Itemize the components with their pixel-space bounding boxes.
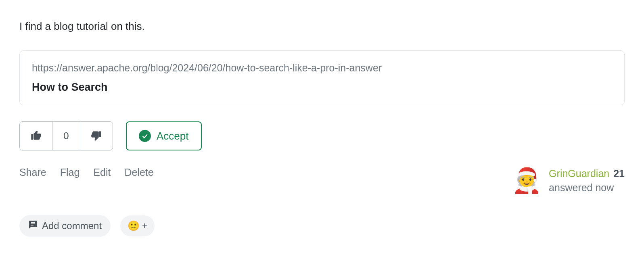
link-preview-url: https://answer.apache.org/blog/2024/06/2…: [32, 62, 612, 74]
vote-group: 0: [19, 121, 113, 150]
add-comment-label: Add comment: [42, 220, 102, 232]
answer-actions-row: 0 Accept: [19, 121, 625, 150]
check-circle-icon: [139, 130, 151, 142]
author-info: GrinGuardian 21 answered now: [549, 168, 625, 194]
add-comment-button[interactable]: Add comment: [19, 215, 111, 237]
share-link[interactable]: Share: [19, 167, 46, 178]
comment-icon: [28, 220, 38, 232]
author-card: 🧑‍🎄 GrinGuardian 21 answered now: [512, 167, 625, 195]
comment-row: Add comment 🙂 +: [19, 215, 625, 237]
link-preview-title: How to Search: [32, 81, 612, 94]
thumbs-up-icon: [30, 130, 42, 142]
author-name-row: GrinGuardian 21: [549, 168, 625, 180]
meta-row: Share Flag Edit Delete 🧑‍🎄 GrinGuardian …: [19, 167, 625, 195]
answered-timestamp: answered now: [549, 182, 625, 194]
accept-button-label: Accept: [157, 130, 189, 142]
author-name[interactable]: GrinGuardian: [549, 168, 609, 180]
author-reputation: 21: [613, 168, 625, 180]
flag-link[interactable]: Flag: [60, 167, 80, 178]
delete-link[interactable]: Delete: [124, 167, 153, 178]
vote-count: 0: [52, 122, 80, 150]
thumbs-down-icon: [91, 130, 102, 142]
upvote-button[interactable]: [20, 122, 52, 150]
add-reaction-button[interactable]: 🙂 +: [120, 215, 155, 236]
accept-button[interactable]: Accept: [126, 121, 202, 150]
avatar[interactable]: 🧑‍🎄: [512, 167, 541, 195]
edit-link[interactable]: Edit: [93, 167, 111, 178]
downvote-button[interactable]: [80, 122, 113, 150]
smile-icon: 🙂: [128, 220, 140, 232]
plus-icon: +: [142, 221, 147, 231]
answer-body-text: I find a blog tutorial on this.: [19, 20, 625, 33]
meta-links: Share Flag Edit Delete: [19, 167, 154, 178]
link-preview-card[interactable]: https://answer.apache.org/blog/2024/06/2…: [19, 50, 625, 105]
